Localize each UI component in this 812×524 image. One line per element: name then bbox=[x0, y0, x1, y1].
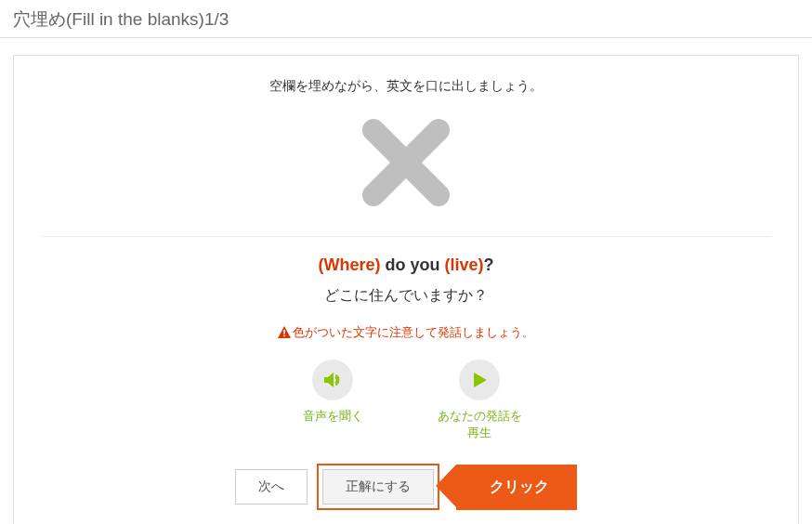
warning-triangle-icon bbox=[278, 326, 291, 341]
exercise-card: 空欄を埋めながら、英文を口に出しましょう。 (Where) do you (li… bbox=[13, 55, 799, 524]
playback-button[interactable] bbox=[459, 360, 500, 400]
sentence-part: do bbox=[385, 255, 410, 274]
instruction-text: 空欄を埋めながら、英文を口に出しましょう。 bbox=[40, 78, 772, 95]
warning-text: 色がついた文字に注意して発話しましょう。 bbox=[293, 325, 534, 339]
warning-line: 色がついた文字に注意して発話しましょう。 bbox=[40, 324, 772, 341]
sentence-part: ? bbox=[484, 255, 494, 274]
media-row: 音声を聞く あなたの発話を 再生 bbox=[40, 360, 772, 441]
next-button[interactable]: 次へ bbox=[235, 469, 308, 504]
svg-rect-4 bbox=[283, 334, 285, 336]
playback-item: あなたの発話を 再生 bbox=[428, 360, 530, 441]
incorrect-x-icon bbox=[355, 111, 457, 217]
translation-text: どこに住んでいますか？ bbox=[40, 286, 772, 306]
listen-audio-button[interactable] bbox=[312, 360, 353, 400]
sentence-line: (Where) do you (live)? bbox=[40, 255, 772, 275]
mark-correct-button[interactable]: 正解にする bbox=[322, 469, 434, 504]
page-title: 穴埋め(Fill in the blanks)1/3 bbox=[0, 0, 812, 38]
sentence-part: (Where) bbox=[318, 255, 385, 274]
sentence-part: (live) bbox=[445, 255, 484, 274]
speaker-icon bbox=[321, 369, 344, 391]
svg-marker-5 bbox=[474, 373, 487, 387]
mark-correct-highlight: 正解にする bbox=[317, 464, 439, 510]
play-icon bbox=[469, 370, 490, 390]
listen-audio-label: 音声を聞く bbox=[303, 408, 363, 425]
button-row: 次へ 正解にする クリック bbox=[40, 464, 772, 510]
click-callout: クリック bbox=[456, 465, 577, 510]
divider bbox=[40, 236, 772, 237]
svg-rect-3 bbox=[283, 330, 285, 334]
sentence-part: you bbox=[410, 255, 444, 274]
listen-audio-item: 音声を聞く bbox=[282, 360, 384, 441]
playback-label: あなたの発話を 再生 bbox=[438, 408, 522, 441]
